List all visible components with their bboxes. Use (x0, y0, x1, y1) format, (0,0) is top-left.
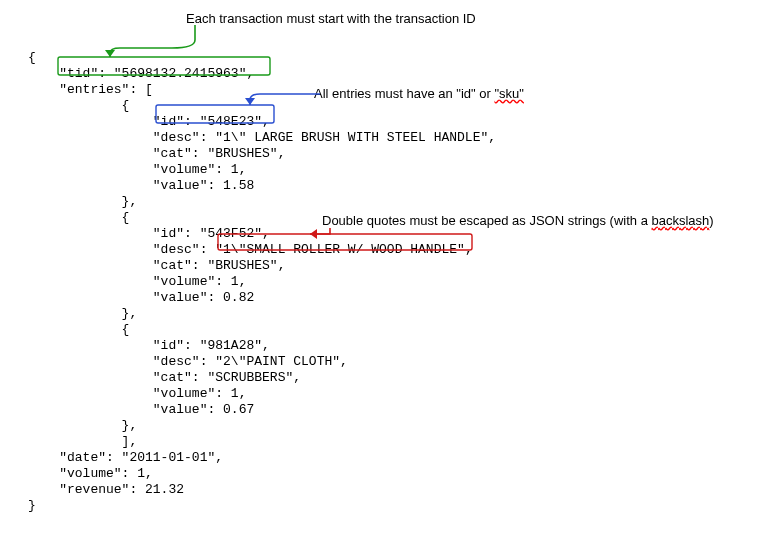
quote-annotation-backslash: backslash (652, 213, 710, 228)
quote-annotation-suffix: ) (709, 213, 713, 228)
code-e0-desc: "desc": "1\" LARGE BRUSH WITH STEEL HAND… (28, 130, 496, 145)
code-e2-id: "id": "981A28", (28, 338, 270, 353)
code-date-line: "date": "2011-01-01", (28, 450, 223, 465)
code-e1-desc-prefix: "desc": (28, 242, 215, 257)
code-entries-open: "entries": [ (28, 82, 153, 97)
code-e2-desc: "desc": "2\"PAINT CLOTH", (28, 354, 348, 369)
code-e1-desc-suffix: , (465, 242, 473, 257)
code-e1-id: "id": "543F52", (28, 226, 270, 241)
code-e2-cat: "cat": "SCRUBBERS", (28, 370, 301, 385)
code-tid-line: "tid": "5698132.2415963", (28, 66, 254, 81)
id-annotation-sku: "sku" (494, 86, 523, 101)
code-e0-value: "value": 1.58 (28, 178, 254, 193)
code-volume-line: "volume": 1, (28, 466, 153, 481)
code-e0-obj-open: { (28, 98, 129, 113)
code-e2-obj-open: { (28, 322, 129, 337)
code-open-brace: { (28, 50, 36, 65)
code-revenue-line: "revenue": 21.32 (28, 482, 184, 497)
tid-annotation: Each transaction must start with the tra… (186, 11, 476, 26)
code-e2-value: "value": 0.67 (28, 402, 254, 417)
code-e0-id: "id": "548E23", (28, 114, 270, 129)
code-e1-obj-close: }, (28, 306, 137, 321)
code-e0-volume: "volume": 1, (28, 162, 246, 177)
code-e1-desc-value: "1\"SMALL ROLLER W/ WOOD HANDLE" (215, 242, 465, 257)
code-e1-cat: "cat": "BRUSHES", (28, 258, 285, 273)
code-entries-close: ], (28, 434, 137, 449)
code-e2-obj-close: }, (28, 418, 137, 433)
json-code-block: { "tid": "5698132.2415963", "entries": [… (28, 34, 496, 514)
code-e1-volume: "volume": 1, (28, 274, 246, 289)
code-e0-cat: "cat": "BRUSHES", (28, 146, 285, 161)
code-close-brace: } (28, 498, 36, 513)
code-e0-obj-close: }, (28, 194, 137, 209)
code-e1-obj-open: { (28, 210, 129, 225)
code-e2-volume: "volume": 1, (28, 386, 246, 401)
code-e1-value: "value": 0.82 (28, 290, 254, 305)
tid-annotation-text: Each transaction must start with the tra… (186, 11, 476, 26)
